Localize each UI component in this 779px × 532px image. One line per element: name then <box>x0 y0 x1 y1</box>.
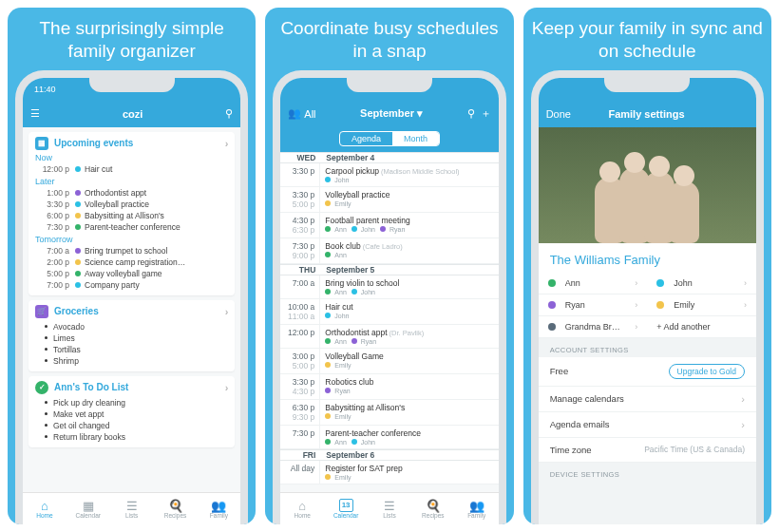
calendar-event-row[interactable]: 3:00 p5:00 pVolleyball GameEmily <box>280 349 498 374</box>
calendar-event-row[interactable]: 3:30 p5:00 pVolleyball practiceEmily <box>280 187 498 213</box>
calendar-screen: WEDSeptember 43:30 pCarpool pickup(Madis… <box>280 152 498 525</box>
chevron-right-icon: › <box>225 138 229 149</box>
home-screen: ▦Upcoming events›Now12:00 pHair cutLater… <box>23 127 240 525</box>
member-dot-icon <box>325 177 331 182</box>
todo-card[interactable]: ✓Ann's To Do List›Pick up dry cleaningMa… <box>28 376 235 447</box>
tab-recipes[interactable]: 🍳Recipes <box>411 493 455 524</box>
member-dot-icon <box>75 190 81 196</box>
tab-lists[interactable]: ☰Lists <box>368 493 411 524</box>
seg-month[interactable]: Month <box>392 132 439 145</box>
phone-notch <box>347 77 432 92</box>
calendar-event-row[interactable]: 7:30 pParent-teacher conferenceAnnJohn <box>280 426 498 449</box>
tab-family[interactable]: 👥Family <box>197 493 240 524</box>
member-dot-icon <box>325 226 331 232</box>
tab-home[interactable]: ⌂Home <box>23 493 66 524</box>
plan-row[interactable]: FreeUpgrade to Gold <box>539 357 756 387</box>
event-row[interactable]: 3:30 pVolleyball practice <box>35 199 228 210</box>
calendar-event-row[interactable]: 12:00 pOrthodontist appt(Dr. Pavlik)AnnR… <box>280 325 498 349</box>
family-members-grid: Ann›John›Ryan›Emily›Grandma Br…›+ Add an… <box>539 273 756 338</box>
family-member-cell[interactable]: Ryan› <box>539 294 648 316</box>
event-row[interactable]: 12:00 pHair cut <box>35 163 228 175</box>
chevron-right-icon: › <box>635 322 637 332</box>
panel-title: Coordinate busy schedules in a snap <box>273 17 505 63</box>
list-item[interactable]: Tortillas <box>35 344 228 355</box>
promo-panel-2: Coordinate busy schedules in a snap 👥 Al… <box>265 8 513 524</box>
member-dot-icon <box>75 224 81 230</box>
seg-agenda[interactable]: Agenda <box>340 132 392 145</box>
settings-row[interactable]: Manage calendars› <box>539 387 756 412</box>
calendar-event-row[interactable]: 3:30 p4:30 pRobotics clubRyan <box>280 374 498 400</box>
member-dot-icon <box>75 271 81 276</box>
search-icon[interactable]: ⚲ <box>225 107 233 120</box>
calendar-event-row[interactable]: All dayRegister for SAT prepEmily <box>280 461 498 484</box>
list-item[interactable]: Pick up dry cleaning <box>35 397 228 408</box>
chevron-right-icon: › <box>741 419 745 430</box>
event-row[interactable]: 7:30 pParent-teacher conference <box>35 221 228 233</box>
tab-home[interactable]: ⌂Home <box>280 493 324 524</box>
event-row[interactable]: 6:00 pBabysitting at Allison's <box>35 210 228 221</box>
family-photo[interactable] <box>539 127 756 243</box>
event-row[interactable]: 7:00 pCompany party <box>35 279 228 291</box>
member-dot-icon <box>325 200 331 206</box>
add-icon[interactable]: ＋ <box>481 107 491 119</box>
list-item[interactable]: Shrimp <box>35 355 228 367</box>
family-member-cell[interactable]: Ann› <box>539 273 648 294</box>
list-item[interactable]: Return library books <box>35 431 228 443</box>
calendar-event-row[interactable]: 6:30 p9:30 pBabysitting at Allison'sEmil… <box>280 400 498 426</box>
chevron-right-icon: › <box>635 300 637 310</box>
member-dot-icon <box>325 289 331 294</box>
promo-panel-1: The surprisingly simple family organizer… <box>8 8 256 524</box>
screen-title: Family settings <box>608 108 684 120</box>
month-picker[interactable]: September ▾ <box>360 107 423 120</box>
event-row[interactable]: 5:00 pAway volleyball game <box>35 268 228 279</box>
list-item[interactable]: Avocado <box>35 321 228 332</box>
timezone-value: Pacific Time (US & Canada) <box>644 445 745 454</box>
list-item[interactable]: Limes <box>35 332 228 344</box>
upcoming-events-card[interactable]: ▦Upcoming events›Now12:00 pHair cutLater… <box>28 132 235 295</box>
phone-notch <box>89 77 175 92</box>
settings-row[interactable]: Agenda emails› <box>539 412 756 438</box>
family-member-cell[interactable]: Emily› <box>647 294 756 316</box>
event-row[interactable]: 7:00 aBring trumpet to school <box>35 245 228 256</box>
day-header: THUSeptember 5 <box>280 264 498 276</box>
add-member-cell[interactable]: + Add another <box>647 316 756 338</box>
tab-lists[interactable]: ☰Lists <box>110 493 154 524</box>
groceries-card[interactable]: 🛒Groceries›AvocadoLimesTortillasShrimp <box>28 300 235 371</box>
tab-bar: ⌂Home▦Calendar☰Lists🍳Recipes👥Family <box>23 492 240 524</box>
list-item[interactable]: Make vet appt <box>35 408 228 420</box>
check-icon: ✓ <box>35 381 48 394</box>
tab-calendar[interactable]: 13Calendar <box>324 493 368 524</box>
member-dot-icon <box>75 259 81 265</box>
done-button[interactable]: Done <box>546 108 571 120</box>
timezone-row[interactable]: Time zonePacific Time (US & Canada) <box>539 438 756 463</box>
calendar-event-row[interactable]: 10:00 a11:00 aHair cutJohn <box>280 299 498 325</box>
segmented-control: Agenda Month <box>280 127 498 152</box>
calendar-event-row[interactable]: 3:30 pCarpool pickup(Madison Middle Scho… <box>280 163 498 187</box>
member-dot-icon <box>352 289 357 294</box>
menu-icon[interactable]: ☰ <box>30 107 40 120</box>
calendar-icon: ▦ <box>83 500 94 512</box>
tab-calendar[interactable]: ▦Calendar <box>66 493 110 524</box>
search-icon[interactable]: ⚲ <box>467 107 475 119</box>
tab-recipes[interactable]: 🍳Recipes <box>154 493 198 524</box>
calendar-event-row[interactable]: 4:30 p6:30 pFootball parent meetingAnnJo… <box>280 213 498 238</box>
calendar-event-row[interactable]: 7:30 p9:00 pBook club(Cafe Ladro)Ann <box>280 238 498 264</box>
member-dot-icon <box>325 313 331 318</box>
family-member-cell[interactable]: John› <box>647 273 756 294</box>
brand-logo: cozi <box>123 108 142 120</box>
member-dot-icon <box>380 226 386 232</box>
calendar-icon: ▦ <box>35 137 48 150</box>
member-dot-icon <box>548 301 556 309</box>
member-dot-icon <box>352 226 357 232</box>
list-item[interactable]: Get oil changed <box>35 420 228 431</box>
phone-notch <box>604 77 690 92</box>
family-member-cell[interactable]: Grandma Br…› <box>539 316 648 338</box>
tab-family[interactable]: 👥Family <box>455 493 499 524</box>
upgrade-button[interactable]: Upgrade to Gold <box>669 364 745 379</box>
filter-all[interactable]: 👥 All <box>288 107 315 120</box>
event-row[interactable]: 1:00 pOrthodontist appt <box>35 187 228 199</box>
list-icon: ☰ <box>126 500 138 512</box>
member-dot-icon <box>656 301 664 309</box>
event-row[interactable]: 2:00 pScience camp registration… <box>35 256 228 268</box>
calendar-event-row[interactable]: 7:00 aBring violin to schoolAnnJohn <box>280 276 498 299</box>
